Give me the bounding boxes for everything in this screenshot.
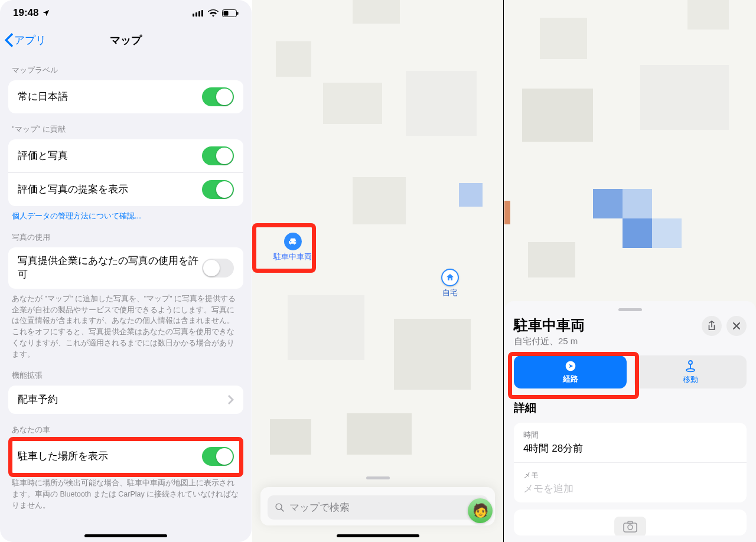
back-label: アプリ [14,33,46,47]
photo-use-footer: あなたが "マップ" に追加した写真を、"マップ" に写真を提供する企業が自社の… [0,289,252,360]
home-icon [441,269,459,286]
svg-line-8 [281,509,284,511]
home-indicator[interactable] [84,534,167,537]
toggle-show-suggestions[interactable] [202,180,234,199]
section-header-photo-use: 写真の使用 [0,221,252,247]
svg-rect-1 [195,12,197,17]
row-ratings-photos[interactable]: 評価と写真 [8,139,243,172]
search-sheet[interactable]: マップで検索 [260,487,495,525]
close-button[interactable] [726,316,747,336]
svg-rect-2 [198,11,200,17]
location-services-icon [42,9,50,17]
profile-avatar[interactable]: 🧑 [468,498,493,523]
camera-icon [614,517,646,536]
home-pin[interactable]: 自宅 [441,269,459,298]
row-allow-photo-use[interactable]: 写真提供企業にあなたの写真の使用を許可 [8,247,243,289]
place-subtitle: 自宅付近、25 m [514,336,697,347]
svg-point-16 [628,525,633,530]
map-search-pane: 駐車中車両 自宅 マップで検索 🧑 [252,0,504,542]
parked-car-pin[interactable]: 駐車中車両 [273,233,312,262]
page-title: マップ [110,33,142,47]
status-icons [193,9,239,17]
chevron-right-icon [228,395,234,404]
memo-label: メモ [523,470,737,481]
svg-point-14 [686,368,695,371]
share-button[interactable] [702,316,722,336]
car-icon [284,233,302,250]
toggle-always-japanese[interactable] [202,87,234,106]
svg-rect-6 [237,12,239,15]
row-show-suggestions[interactable]: 評価と写真の提案を表示 [8,172,243,206]
home-label: 自宅 [441,288,459,298]
map-detail-pane: 駐車中車両 自宅付近、25 m 経路 [504,0,756,542]
place-detail-sheet[interactable]: 駐車中車両 自宅付近、25 m 経路 [504,301,756,542]
sheet-handle[interactable] [366,476,390,479]
row-always-japanese[interactable]: 常に日本語 [8,80,243,113]
back-button[interactable]: アプリ [4,33,46,47]
status-time: 19:48 [13,7,38,19]
memo-input[interactable]: メモを追加 [523,482,737,495]
section-header-your-car: あなたの車 [0,414,252,440]
search-icon [275,502,285,512]
time-label: 時間 [523,430,737,440]
section-header-contribute: "マップ" に貢献 [0,113,252,139]
svg-rect-3 [201,10,203,17]
details-card: 時間 4時間 28分前 メモ メモを追加 [514,423,747,502]
add-photo-card[interactable] [514,510,747,536]
time-value: 4時間 28分前 [523,442,737,455]
details-section-title: 詳細 [514,400,747,416]
toggle-allow-photo-use[interactable] [202,259,234,277]
toggle-show-parked-location[interactable] [202,447,234,466]
place-title: 駐車中車両 [514,316,697,335]
map-canvas[interactable] [252,0,503,542]
section-header-map-label: マップラベル [0,54,252,80]
svg-rect-5 [224,11,229,15]
toggle-ratings-photos[interactable] [202,146,234,165]
directions-icon [565,360,576,372]
svg-point-12 [689,361,692,364]
home-indicator[interactable] [337,534,419,537]
directions-button[interactable]: 経路 [514,355,627,388]
svg-rect-0 [193,14,194,17]
status-bar: 19:48 [0,0,252,26]
search-placeholder: マップで検索 [289,501,468,514]
move-button[interactable]: 移動 [634,355,747,388]
row-show-parked-location[interactable]: 駐車した場所を表示 [8,440,243,473]
svg-rect-17 [628,521,633,524]
move-pin-icon [685,360,696,373]
parked-car-label: 駐車中車両 [273,252,312,262]
nav-bar: アプリ マップ [0,26,252,54]
search-input[interactable]: マップで検索 [268,495,488,520]
your-car-footer: 駐車時に場所が検出可能な場合、駐車中車両が地図上に表示されます。車両の Blue… [0,473,252,511]
sheet-handle[interactable] [618,308,642,311]
privacy-link[interactable]: 個人データの管理方法について確認... [0,206,252,221]
section-header-extensions: 機能拡張 [0,360,252,386]
settings-pane: 19:48 アプリ マップ マップラベル 常に日本語 [0,0,252,542]
row-ride-booking[interactable]: 配車予約 [8,386,243,414]
memoji-icon: 🧑 [472,503,488,518]
